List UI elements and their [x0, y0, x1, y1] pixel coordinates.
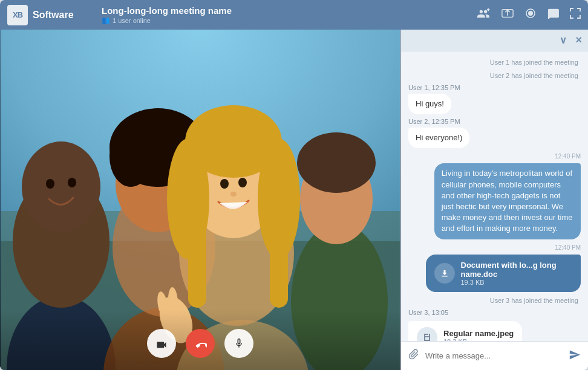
main-content: ∨ × User 1 has joined the meeting User 2…	[0, 30, 588, 370]
message-group-user1: User 1, 12:35 PM Hi guys!	[408, 84, 581, 114]
video-controls	[147, 329, 253, 358]
logo-area: XB Software	[7, 5, 92, 25]
message-timestamp: 12:40 PM	[408, 153, 581, 160]
svg-rect-25	[270, 187, 288, 308]
system-message: User 3 has joined the meeting	[408, 296, 581, 305]
message-sender: User 3, 13:05	[408, 309, 581, 316]
file-info: Regular name.jpeg 19.3 KB	[443, 329, 514, 341]
svg-point-5	[528, 11, 533, 16]
file-size: 19.3 KB	[461, 279, 573, 286]
svg-point-11	[22, 141, 100, 232]
chat-header: ∨ ×	[401, 30, 588, 51]
minimize-chat-button[interactable]: ∨	[560, 34, 567, 46]
share-screen-icon[interactable]	[501, 7, 514, 22]
file-message-sent: Document with lo...g long name.doc 19.3 …	[426, 255, 581, 292]
fullscreen-icon[interactable]	[570, 8, 581, 22]
file-name: Document with lo...g long name.doc	[461, 261, 573, 279]
hangup-button[interactable]	[186, 329, 215, 358]
file-name: Regular name.jpeg	[443, 329, 514, 338]
logo-box: XB	[7, 5, 28, 25]
file-icon	[417, 327, 437, 342]
header-bar: XB Software Long-long-long meeting name …	[0, 0, 588, 30]
chat-input-area	[401, 341, 588, 370]
header-actions	[477, 7, 581, 22]
file-download-icon	[434, 263, 455, 284]
send-button[interactable]	[569, 349, 581, 363]
chat-icon[interactable]	[547, 8, 559, 22]
svg-point-34	[220, 179, 229, 189]
svg-rect-42	[424, 336, 430, 337]
message-group-user2: User 2, 12:35 PM Hi everyone!)	[408, 118, 581, 148]
meeting-name: Long-long-long meeting name	[102, 5, 477, 16]
system-message: User 1 has joined the meeting	[408, 57, 581, 67]
file-message-received: Regular name.jpeg 19.3 KB	[408, 321, 522, 342]
message-bubble: Hi guys!	[408, 94, 451, 114]
svg-point-35	[238, 178, 247, 187]
mic-button[interactable]	[224, 329, 253, 358]
svg-point-28	[297, 132, 376, 193]
video-area	[0, 30, 400, 370]
chat-panel: ∨ × User 1 has joined the meeting User 2…	[400, 30, 588, 370]
meeting-users: 👥 1 user online	[102, 16, 477, 24]
svg-rect-41	[429, 334, 430, 341]
message-group-sent: Living in today's metropolitan world of …	[408, 163, 581, 239]
users-online-count: 1 user online	[113, 17, 151, 24]
users-icon: 👥	[102, 16, 110, 24]
svg-rect-24	[188, 187, 206, 308]
attach-icon[interactable]	[408, 349, 419, 363]
close-chat-button[interactable]: ×	[575, 34, 582, 47]
chat-messages: User 1 has joined the meeting User 2 has…	[401, 51, 588, 341]
app-container: XB Software Long-long-long meeting name …	[0, 0, 588, 370]
file-info: Document with lo...g long name.doc 19.3 …	[461, 261, 573, 286]
meeting-info: Long-long-long meeting name 👥 1 user onl…	[92, 5, 477, 24]
svg-rect-37	[442, 276, 448, 277]
svg-point-32	[46, 179, 54, 189]
message-input[interactable]	[425, 351, 563, 360]
message-timestamp: 12:40 PM	[408, 244, 581, 251]
record-icon[interactable]	[525, 8, 536, 22]
svg-point-33	[68, 178, 76, 187]
svg-point-16	[109, 126, 152, 187]
logo-text: Software	[33, 10, 74, 21]
system-message: User 2 has joined the meeting	[408, 71, 581, 80]
message-bubble: Hi everyone!)	[408, 128, 469, 148]
logo-letters: XB	[13, 10, 22, 19]
message-sender: User 1, 12:35 PM	[408, 84, 581, 91]
message-sender: User 2, 12:35 PM	[408, 118, 581, 125]
svg-point-36	[230, 192, 237, 196]
message-bubble: Living in today's metropolitan world of …	[434, 163, 581, 239]
add-user-icon[interactable]	[477, 7, 490, 22]
camera-button[interactable]	[147, 329, 176, 358]
